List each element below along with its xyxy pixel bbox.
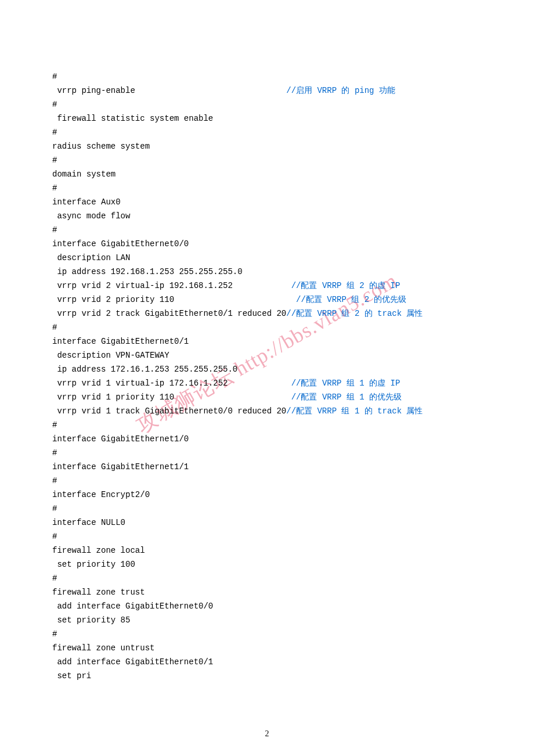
config-text: # (52, 504, 57, 513)
config-line: set priority 85 (52, 613, 482, 627)
config-line: add interface GigabitEthernet0/1 (52, 655, 482, 669)
config-line: firewall zone untrust (52, 641, 482, 655)
config-text: domain system (52, 170, 116, 179)
config-line: ip address 172.16.1.253 255.255.255.0 (52, 362, 482, 376)
config-text: interface Aux0 (52, 197, 121, 207)
config-comment: //配置 VRRP 组 2 的 track 属性 (286, 309, 423, 318)
config-text: vrrp vrid 2 track GigabitEthernet0/1 red… (52, 309, 286, 318)
config-line: set pri (52, 669, 482, 683)
config-line: # (52, 98, 482, 111)
config-text: set pri (52, 671, 91, 681)
config-text: vrrp vrid 1 track GigabitEthernet0/0 red… (52, 406, 286, 416)
config-text: # (52, 156, 57, 165)
config-text: add interface GigabitEthernet0/1 (52, 657, 213, 667)
config-text: async mode flow (52, 211, 130, 221)
page-number: 2 (0, 729, 534, 739)
config-text: # (52, 629, 57, 639)
config-comment: //启用 VRRP 的 ping 功能 (286, 86, 395, 95)
config-line: firewall statistic system enable (52, 111, 482, 125)
config-line: interface GigabitEthernet0/1 (52, 334, 482, 348)
config-line: # (52, 446, 482, 460)
config-text: # (52, 323, 57, 332)
config-line: interface NULL0 (52, 516, 482, 530)
config-line: vrrp vrid 2 virtual-ip 192.168.1.252 //配… (52, 279, 482, 293)
config-text: set priority 100 (52, 560, 135, 569)
config-text: description LAN (52, 253, 130, 262)
config-line: firewall zone trust (52, 585, 482, 599)
config-text: description VPN-GATEWAY (52, 351, 169, 360)
config-line: interface GigabitEthernet0/0 (52, 237, 482, 251)
config-text: interface NULL0 (52, 518, 125, 527)
config-line: # (52, 70, 482, 84)
config-text: # (52, 100, 57, 109)
config-line: # (52, 627, 482, 641)
config-line: vrrp vrid 1 virtual-ip 172.16.1.252 //配置… (52, 376, 482, 390)
config-line: interface Aux0 (52, 195, 482, 209)
config-text: vrrp ping-enable (52, 86, 286, 95)
config-line: # (52, 153, 482, 167)
config-comment: //配置 VRRP 组 2 的虚 IP (291, 281, 400, 290)
config-text: # (52, 574, 57, 583)
config-line: # (52, 125, 482, 139)
config-text: ip address 192.168.1.253 255.255.255.0 (52, 267, 243, 276)
config-line: domain system (52, 167, 482, 181)
config-line: vrrp vrid 2 priority 110 //配置 VRRP 组 2 的… (52, 293, 482, 307)
config-text: add interface GigabitEthernet0/0 (52, 602, 213, 611)
config-text: # (52, 532, 57, 541)
config-text: # (52, 225, 57, 235)
config-comment: //配置 VRRP 组 1 的 track 属性 (286, 406, 423, 416)
config-text: interface GigabitEthernet0/1 (52, 337, 189, 346)
config-text: set priority 85 (52, 615, 130, 625)
config-line: # (52, 321, 482, 334)
config-comment: //配置 VRRP 组 2 的优先级 (296, 295, 406, 304)
config-comment: //配置 VRRP 组 1 的优先级 (291, 393, 402, 402)
config-line: # (52, 418, 482, 432)
config-text: # (52, 420, 57, 430)
config-text: firewall statistic system enable (52, 114, 213, 123)
config-content: # vrrp ping-enable //启用 VRRP 的 ping 功能# … (52, 70, 482, 683)
config-line: add interface GigabitEthernet0/0 (52, 599, 482, 613)
config-text: # (52, 476, 57, 485)
config-line: ip address 192.168.1.253 255.255.255.0 (52, 265, 482, 279)
config-text: vrrp vrid 2 priority 110 (52, 295, 296, 304)
config-text: interface Encrypt2/0 (52, 490, 150, 499)
config-line: async mode flow (52, 209, 482, 223)
config-text: firewall zone trust (52, 588, 145, 597)
config-line: # (52, 474, 482, 488)
config-line: vrrp vrid 1 track GigabitEthernet0/0 red… (52, 404, 482, 418)
config-line: description LAN (52, 251, 482, 265)
config-text: vrrp vrid 1 priority 110 (52, 393, 291, 402)
config-text: interface GigabitEthernet0/0 (52, 239, 189, 249)
config-text: radius scheme system (52, 142, 150, 151)
config-line: # (52, 571, 482, 585)
config-line: # (52, 181, 482, 195)
config-text: # (52, 448, 57, 458)
config-line: interface GigabitEthernet1/1 (52, 460, 482, 474)
config-line: radius scheme system (52, 139, 482, 153)
config-text: firewall zone untrust (52, 643, 154, 653)
config-text: # (52, 72, 57, 81)
config-text: ip address 172.16.1.253 255.255.255.0 (52, 365, 237, 374)
config-line: # (52, 502, 482, 516)
config-text: vrrp vrid 2 virtual-ip 192.168.1.252 (52, 281, 291, 290)
config-line: interface GigabitEthernet1/0 (52, 432, 482, 446)
config-line: # (52, 530, 482, 543)
config-line: set priority 100 (52, 557, 482, 571)
config-text: # (52, 183, 57, 193)
config-line: firewall zone local (52, 543, 482, 557)
config-text: # (52, 128, 57, 137)
config-line: description VPN-GATEWAY (52, 348, 482, 362)
config-text: interface GigabitEthernet1/1 (52, 462, 189, 471)
config-line: vrrp vrid 2 track GigabitEthernet0/1 red… (52, 307, 482, 321)
config-text: vrrp vrid 1 virtual-ip 172.16.1.252 (52, 379, 291, 388)
config-line: interface Encrypt2/0 (52, 488, 482, 502)
config-line: vrrp ping-enable //启用 VRRP 的 ping 功能 (52, 84, 482, 98)
config-line: vrrp vrid 1 priority 110 //配置 VRRP 组 1 的… (52, 390, 482, 404)
config-comment: //配置 VRRP 组 1 的虚 IP (291, 379, 400, 388)
config-text: firewall zone local (52, 546, 145, 555)
config-line: # (52, 223, 482, 237)
config-text: interface GigabitEthernet1/0 (52, 434, 189, 444)
